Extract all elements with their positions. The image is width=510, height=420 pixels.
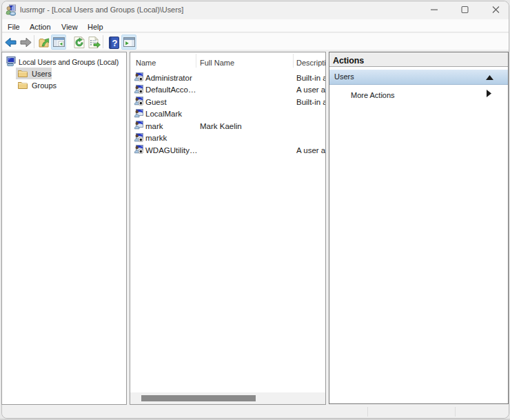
svg-text:?: ? (112, 38, 118, 48)
